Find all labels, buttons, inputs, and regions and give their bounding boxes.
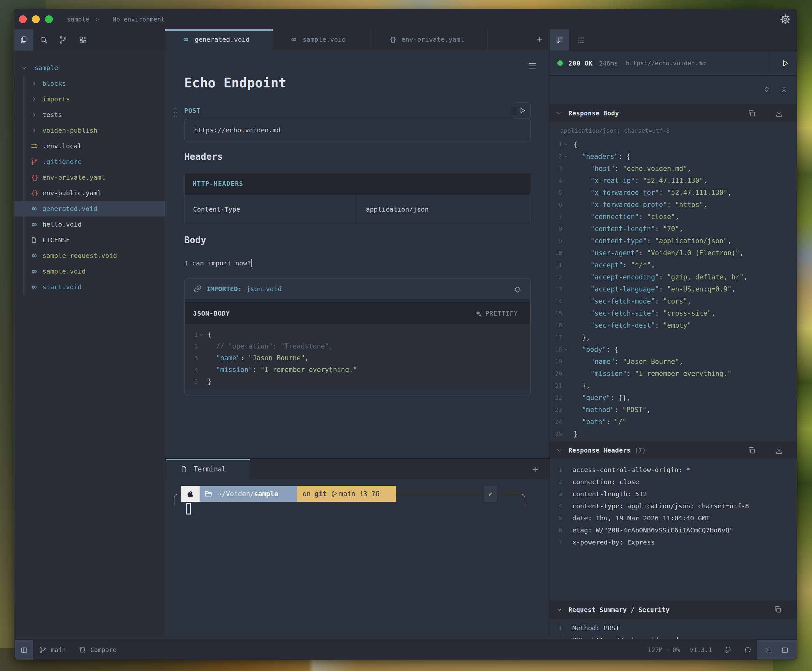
tree-item-generated-void[interactable]: ∞generated.void [14, 201, 165, 216]
activity-item-extensions[interactable] [73, 29, 93, 51]
response-body-content[interactable]: application/json; charset=utf-8 1{2"head… [550, 122, 797, 442]
line-number: 13 [550, 286, 562, 293]
tree-item-voiden-publish[interactable]: voiden-publish [14, 123, 165, 138]
request-url-field[interactable]: https://echo.voiden.md [184, 119, 531, 141]
compare-button[interactable]: Compare [78, 639, 116, 659]
copy-icon[interactable] [747, 109, 756, 118]
tree-item-tests[interactable]: tests [14, 107, 165, 123]
response-panel-toolbar [550, 29, 797, 51]
minimize-window-button[interactable] [32, 15, 40, 23]
block-drag-handle[interactable] [173, 107, 177, 118]
editor-tab-generated-void[interactable]: ∞generated.void [165, 29, 273, 49]
tree-item--env-local[interactable]: .env.local [14, 138, 165, 154]
chevron-down-icon[interactable] [556, 110, 563, 116]
request-method-label[interactable]: POST [184, 102, 201, 119]
panel-toggle-group [757, 640, 797, 659]
request-summary-section-header[interactable]: Request Summary / Security [550, 601, 797, 618]
toggle-sidebar-button[interactable] [15, 640, 33, 659]
code-line: 11"accept": "*/*", [550, 259, 797, 271]
terminal-tab[interactable]: Terminal [166, 459, 250, 479]
close-window-button[interactable] [19, 15, 27, 23]
terminal-file-icon [180, 465, 188, 473]
panel-right-icon[interactable] [781, 646, 789, 654]
terminal-body[interactable]: ~/Voiden/sample on git main !3 ?6 ✔ [165, 479, 550, 639]
imported-block-header[interactable]: IMPORTED: json.void [185, 279, 530, 299]
activity-item-files[interactable] [14, 29, 33, 51]
tree-item-imports[interactable]: imports [14, 91, 165, 107]
tree-item-env-public-yaml[interactable]: {}env-public.yaml [14, 185, 165, 201]
note-text[interactable]: I can import now? [184, 259, 252, 268]
cpu-usage: 0% [672, 639, 680, 659]
feedback-button[interactable] [744, 639, 752, 659]
swap-layout-button[interactable] [550, 29, 569, 51]
files-icon [19, 36, 28, 44]
chevron-down-icon[interactable] [556, 606, 563, 613]
imported-spacer [185, 299, 530, 302]
copy-icon[interactable] [747, 446, 756, 455]
header-value-cell[interactable]: application/json [357, 194, 531, 224]
line-number: 25 [550, 430, 562, 437]
tree-item-sample-void[interactable]: ∞sample.void [14, 264, 165, 279]
activity-item-search[interactable] [34, 29, 53, 51]
fold-chevron-icon[interactable] [562, 154, 569, 159]
imported-file[interactable]: json.void [246, 285, 281, 293]
editor-menu-icon[interactable] [527, 61, 538, 70]
tree-item-env-private-yaml[interactable]: {}env-private.yaml [14, 170, 165, 185]
new-terminal-button[interactable]: + [531, 460, 540, 478]
code-line: 12"accept-encoding": "gzip, deflate, br"… [550, 271, 797, 283]
new-tab-button[interactable]: + [535, 30, 544, 49]
chevron-right-icon [31, 128, 37, 133]
send-request-button[interactable] [514, 102, 531, 119]
tree-item-hello-void[interactable]: ∞hello.void [14, 216, 165, 232]
chevron-down-icon[interactable] [556, 447, 563, 453]
breadcrumb-project[interactable]: sample [67, 9, 89, 29]
code-line: 21}, [550, 380, 797, 392]
download-icon[interactable] [775, 446, 783, 455]
list-view-button[interactable] [572, 29, 590, 51]
header-key-cell[interactable]: Content-Type [185, 194, 357, 224]
prompt-git-segment: on git main !3 ?6 [297, 486, 396, 502]
editor-tab-env-private-yaml[interactable]: {}env-private.yaml [372, 29, 487, 49]
collapse-sections-icon[interactable] [780, 85, 788, 94]
code-text: "accept": "*/*", [574, 261, 655, 269]
breadcrumb-environment[interactable]: No environment [112, 9, 165, 29]
tree-item-label: sample-request.void [43, 252, 117, 259]
github-link[interactable] [723, 639, 732, 659]
resend-request-button[interactable] [773, 51, 797, 75]
tree-item-sample-request-void[interactable]: ∞sample-request.void [14, 248, 165, 264]
unlink-icon[interactable] [513, 284, 522, 293]
code-line: 10"user-agent": "Voiden/1.0 (Electron)", [550, 247, 797, 259]
prompt-path-segment: ~/Voiden/sample [199, 486, 297, 502]
copy-icon[interactable] [773, 605, 782, 614]
tree-root-item[interactable]: sample [14, 60, 165, 76]
settings-gear-icon[interactable] [780, 14, 791, 25]
git-branch-indicator[interactable]: main [39, 639, 66, 659]
request-summary-content[interactable]: 1Method: POST2URL: https://echo.voiden.m… [550, 618, 797, 639]
json-body-editor[interactable]: 1{2// "operation": "Treadstone",3"name":… [185, 324, 530, 387]
search-icon [39, 36, 48, 44]
activity-item-source-control[interactable] [53, 29, 73, 51]
tree-item-start-void[interactable]: ∞start.void [14, 279, 165, 295]
fold-chevron-icon[interactable] [562, 142, 569, 147]
download-icon[interactable] [775, 109, 783, 118]
source-control-icon [59, 36, 68, 44]
table-row[interactable]: Content-Type application/json [185, 194, 531, 224]
expand-sections-icon[interactable] [763, 85, 771, 94]
response-body-section-header[interactable]: Response Body [550, 104, 797, 122]
tree-item-license[interactable]: LICENSE [14, 232, 165, 248]
response-headers-section-header[interactable]: Response Headers (7) [550, 442, 797, 459]
file-explorer: sampleblocksimportstestsvoiden-publish.e… [14, 51, 165, 639]
text-line: 5date: Thu, 19 Mar 2026 11:04:40 GMT [550, 512, 797, 524]
prettify-button[interactable]: PRETTIFY [474, 310, 518, 317]
tree-item--gitignore[interactable]: .gitignore [14, 154, 165, 170]
terminal-toggle-icon[interactable] [765, 646, 773, 654]
code-text: "user-agent": "Voiden/1.0 (Electron)", [574, 249, 744, 257]
response-headers-content[interactable]: 1access-control-allow-origin: *2connecti… [550, 459, 797, 601]
tree-item-blocks[interactable]: blocks [14, 76, 165, 91]
fold-chevron-icon[interactable] [198, 332, 205, 337]
fold-chevron-icon[interactable] [562, 347, 569, 352]
braces-file-icon: {} [30, 174, 38, 181]
editor-tab-sample-void[interactable]: ∞sample.void [273, 29, 372, 49]
app-window: sample > No environment sampleblocksimpo… [14, 9, 797, 659]
zoom-window-button[interactable] [45, 15, 53, 23]
